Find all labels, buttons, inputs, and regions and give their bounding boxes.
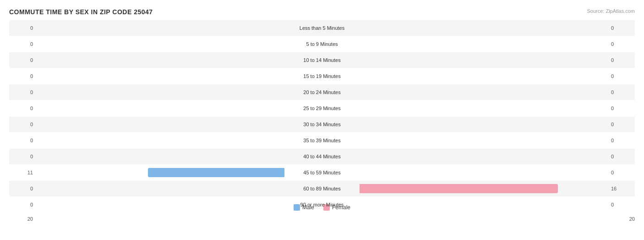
bar-section: Less than 5 Minutes: [37, 20, 607, 36]
male-value: 11: [9, 170, 37, 175]
male-value: 0: [9, 41, 37, 47]
table-row: 0 25 to 29 Minutes 0: [9, 100, 635, 116]
male-value: 0: [9, 186, 37, 191]
table-row: 0 35 to 39 Minutes 0: [9, 133, 635, 148]
female-value: 0: [607, 73, 635, 79]
female-bar-area: [359, 68, 607, 84]
row-label: 45 to 59 Minutes: [285, 170, 359, 175]
female-bar-area: [359, 20, 607, 36]
male-bar-area: [37, 149, 285, 164]
female-value: 0: [607, 154, 635, 159]
female-bar-area: [359, 181, 607, 196]
table-row: 11 45 to 59 Minutes 0: [9, 165, 635, 180]
bar-section: 45 to 59 Minutes: [37, 165, 607, 180]
male-bar-area: [37, 100, 285, 116]
female-value: 0: [607, 122, 635, 127]
male-bar-area: [37, 36, 285, 52]
rows-container: 0 Less than 5 Minutes 0 0 5 to 9 Minutes…: [9, 20, 635, 212]
female-value: 0: [607, 202, 635, 207]
bar-section: 25 to 29 Minutes: [37, 100, 607, 116]
row-label: 35 to 39 Minutes: [285, 138, 359, 143]
male-value: 0: [9, 106, 37, 111]
female-value: 0: [607, 138, 635, 143]
row-label: 15 to 19 Minutes: [285, 73, 359, 79]
male-value: 0: [9, 89, 37, 95]
male-value: 0: [9, 73, 37, 79]
female-bar-area: [359, 100, 607, 116]
row-label: 60 to 89 Minutes: [285, 186, 359, 191]
row-label: 25 to 29 Minutes: [285, 106, 359, 111]
male-value: 0: [9, 154, 37, 159]
female-bar-area: [359, 197, 607, 212]
female-value: 0: [607, 57, 635, 63]
row-label: 20 to 24 Minutes: [285, 89, 359, 95]
table-row: 0 15 to 19 Minutes 0: [9, 68, 635, 84]
table-row: 0 30 to 34 Minutes 0: [9, 117, 635, 132]
row-label: Less than 5 Minutes: [285, 25, 359, 31]
female-bar-area: [359, 149, 607, 164]
male-bar-area: [37, 20, 285, 36]
row-label: 30 to 34 Minutes: [285, 122, 359, 127]
chart-container: COMMUTE TIME BY SEX IN ZIP CODE 25047 So…: [0, 0, 644, 240]
male-value: 0: [9, 138, 37, 143]
bar-section: 30 to 34 Minutes: [37, 117, 607, 132]
bar-section: 10 to 14 Minutes: [37, 52, 607, 68]
table-row: 0 Less than 5 Minutes 0: [9, 20, 635, 36]
chart-title: COMMUTE TIME BY SEX IN ZIP CODE 25047: [9, 8, 635, 16]
male-bar-area: [37, 84, 285, 100]
male-bar-area: [37, 133, 285, 148]
male-value: 0: [9, 122, 37, 127]
bar-section: 20 to 24 Minutes: [37, 84, 607, 100]
male-bar-area: [37, 68, 285, 84]
male-bar-area: [37, 117, 285, 132]
row-label: 40 to 44 Minutes: [285, 154, 359, 159]
row-label: 10 to 14 Minutes: [285, 57, 359, 63]
male-bar: [148, 168, 284, 177]
male-bar-area: [37, 52, 285, 68]
table-row: 0 60 to 89 Minutes 16: [9, 181, 635, 196]
table-row: 0 40 to 44 Minutes 0: [9, 149, 635, 164]
female-bar-area: [359, 165, 607, 180]
female-bar-area: [359, 52, 607, 68]
female-bar-area: [359, 84, 607, 100]
female-value: 0: [607, 89, 635, 95]
bar-section: 40 to 44 Minutes: [37, 149, 607, 164]
table-row: 0 20 to 24 Minutes 0: [9, 84, 635, 100]
female-value: 0: [607, 25, 635, 31]
female-bar-area: [359, 133, 607, 148]
bar-section: 5 to 9 Minutes: [37, 36, 607, 52]
female-value: 0: [607, 170, 635, 175]
female-value: 0: [607, 41, 635, 47]
axis-right-label: 20: [626, 216, 635, 222]
male-value: 0: [9, 57, 37, 63]
axis-row: 20 20: [9, 216, 635, 222]
female-value: 16: [607, 186, 635, 191]
bar-section: 35 to 39 Minutes: [37, 133, 607, 148]
row-label: 90 or more Minutes: [285, 202, 359, 207]
male-bar-area: [37, 181, 285, 196]
female-bar-area: [359, 36, 607, 52]
female-bar-area: [359, 117, 607, 132]
bar-section: 15 to 19 Minutes: [37, 68, 607, 84]
male-bar-area: [37, 165, 285, 180]
female-value: 0: [607, 106, 635, 111]
male-value: 0: [9, 202, 37, 207]
axis-left-label: 20: [9, 216, 37, 222]
row-label: 5 to 9 Minutes: [285, 41, 359, 47]
bar-section: 60 to 89 Minutes: [37, 181, 607, 196]
male-bar-area: [37, 197, 285, 212]
female-bar: [360, 184, 558, 193]
male-value: 0: [9, 25, 37, 31]
source-label: Source: ZipAtlas.com: [587, 8, 635, 14]
chart-area: 0 Less than 5 Minutes 0 0 5 to 9 Minutes…: [9, 20, 635, 215]
table-row: 0 10 to 14 Minutes 0: [9, 52, 635, 68]
table-row: 0 5 to 9 Minutes 0: [9, 36, 635, 52]
